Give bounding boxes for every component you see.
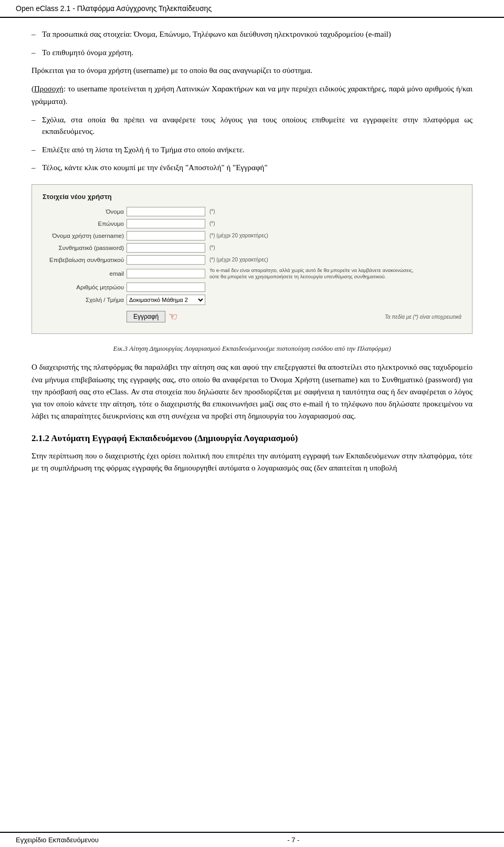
bullet-text-1: Τα προσωπικά σας στοιχεία: Όνομα, Επώνυμ… <box>42 28 472 40</box>
bullet-dash-1: – <box>32 28 42 40</box>
footer-left: Εγχειρίδιο Εκπαιδευόμενου <box>16 836 99 844</box>
bullet-text-3: Σχόλια, στα οποία θα πρέπει να αναφέρετε… <box>42 114 472 138</box>
form-row-4: Επιβεβαίωση συνθηματικού(*) (μέχρι 20 χα… <box>43 255 461 265</box>
form-input-3[interactable] <box>127 243 205 253</box>
header-title: Open eClass 2.1 - Πλατφόρμα Ασύγχρονης Τ… <box>16 4 212 13</box>
form-row-6: Αριθμός μητρώου <box>43 283 461 292</box>
form-note-3: (*) <box>209 245 215 250</box>
form-input-2[interactable] <box>127 231 205 240</box>
para2-underline: Προσοχή <box>34 85 64 93</box>
form-title: Στοιχεία νέου χρήστη <box>43 193 461 201</box>
page-footer: Εγχειρίδιο Εκπαιδευόμενου - 7 - <box>0 832 504 847</box>
section-heading: 2.1.2 Αυτόματη Εγγραφή Εκπαιδευόμενου (Δ… <box>32 433 472 444</box>
form-note-5: Το e-mail δεν είναι απαραίτητο, αλλά χωρ… <box>209 267 419 280</box>
form-input-4[interactable] <box>127 255 205 265</box>
bullet-dash-4: – <box>32 144 42 156</box>
form-label-1: Επώνυμο <box>43 221 127 227</box>
submit-button[interactable]: Εγγραφή <box>127 311 165 322</box>
paragraph-1: Πρόκειται για το όνομα χρήστη (username)… <box>32 65 472 77</box>
form-label-2: Όνομα χρήστη (username) <box>43 233 127 239</box>
form-submit-row: Εγγραφή ☞ Τα πεδία με (*) είναι υποχρεωτ… <box>43 310 461 323</box>
form-input-6[interactable] <box>127 283 205 292</box>
form-label-4: Επιβεβαίωση συνθηματικού <box>43 257 127 263</box>
form-note-2: (*) (μέχρι 20 χαρακτήρες) <box>209 233 268 238</box>
bullet-item-2: – Το επιθυμητό όνομα χρήστη. <box>32 47 472 59</box>
form-row-1: Επώνυμο(*) <box>43 219 461 228</box>
page-content: – Τα προσωπικά σας στοιχεία: Όνομα, Επών… <box>0 18 504 491</box>
bullet-text-4: Επιλέξτε από τη λίστα τη Σχολή ή το Τμήμ… <box>42 144 472 156</box>
form-label-3: Συνθηματικό (password) <box>43 245 127 251</box>
form-row-2: Όνομα χρήστη (username)(*) (μέχρι 20 χαρ… <box>43 231 461 240</box>
form-input-1[interactable] <box>127 219 205 228</box>
bullet-text-5: Τέλος, κάντε κλικ στο κουμπί με την ένδε… <box>42 162 472 174</box>
cursor-icon: ☞ <box>167 310 178 324</box>
form-label-5: email <box>43 270 127 277</box>
form-row-7: Σχολή / ΤμήμαΔοκιμαστικό Μάθημα 2 <box>43 295 461 305</box>
bullet-item-4: – Επιλέξτε από τη λίστα τη Σχολή ή το Τμ… <box>32 144 472 156</box>
form-label-6: Αριθμός μητρώου <box>43 284 127 290</box>
para2-suffix: : το username προτείνεται η χρήση Λατινι… <box>32 85 472 105</box>
footer-center: - 7 - <box>287 836 299 844</box>
form-row-0: Όνομα(*) <box>43 207 461 216</box>
bullet-item-5: – Τέλος, κάντε κλικ στο κουμπί με την έν… <box>32 162 472 174</box>
paragraph-2: (Προσοχή: το username προτείνεται η χρήσ… <box>32 83 472 108</box>
section-paragraph: Στην περίπτωση που ο διαχειριστής έχει ο… <box>32 450 472 475</box>
form-label-7: Σχολή / Τμήμα <box>43 297 127 303</box>
required-note: Τα πεδία με (*) είναι υποχρεωτικά <box>385 314 461 320</box>
form-label-0: Όνομα <box>43 208 127 215</box>
form-select-7[interactable]: Δοκιμαστικό Μάθημα 2 <box>127 295 205 305</box>
form-note-4: (*) (μέχρι 20 χαρακτήρες) <box>209 257 268 263</box>
bullet-text-2: Το επιθυμητό όνομα χρήστη. <box>42 47 472 59</box>
form-row-3: Συνθηματικό (password)(*) <box>43 243 461 253</box>
form-row-5: emailΤο e-mail δεν είναι απαραίτητο, αλλ… <box>43 267 461 280</box>
form-input-0[interactable] <box>127 207 205 216</box>
form-note-1: (*) <box>209 221 215 226</box>
figure-caption: Εικ.3 Αίτηση Δημιουργίας Λογαριασμού Εκπ… <box>32 344 472 353</box>
bullet-dash-3: – <box>32 114 42 138</box>
bullet-item-1: – Τα προσωπικά σας στοιχεία: Όνομα, Επών… <box>32 28 472 40</box>
registration-form-box: Στοιχεία νέου χρήστη Όνομα(*)Επώνυμο(*)Ό… <box>32 184 472 334</box>
bullet-dash-2: – <box>32 47 42 59</box>
main-paragraph: Ο διαχειριστής της πλατφόρμας θα παραλάβ… <box>32 361 472 422</box>
bullet-item-3: – Σχόλια, στα οποία θα πρέπει να αναφέρε… <box>32 114 472 138</box>
page-header: Open eClass 2.1 - Πλατφόρμα Ασύγχρονης Τ… <box>0 0 504 18</box>
form-rows: Όνομα(*)Επώνυμο(*)Όνομα χρήστη (username… <box>43 207 461 306</box>
bullet-dash-5: – <box>32 162 42 174</box>
form-note-0: (*) <box>209 208 215 214</box>
form-input-5[interactable] <box>127 269 205 278</box>
